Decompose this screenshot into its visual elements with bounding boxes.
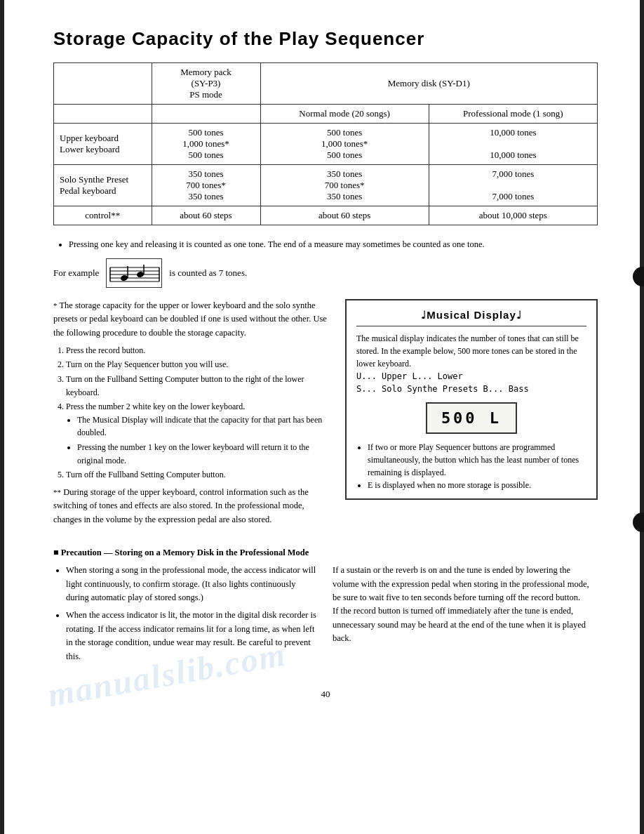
display-legend-line1: U... Upper L... Lower S... Solo Synthe P… <box>356 370 586 395</box>
display-screen: 500 L <box>426 402 517 434</box>
precaution-columns: When storing a song in the professional … <box>53 564 598 668</box>
storage-table: Memory pack(SY-P3)PS mode Memory disk (S… <box>53 62 598 225</box>
table-cell-control-label: control** <box>54 206 152 225</box>
table-subheader-normal: Normal mode (20 songs) <box>260 105 429 124</box>
precaution-header: ■ Precaution — Storing on a Memory Disk … <box>53 546 598 560</box>
precaution-right-col: If a sustain or the reverb is on and the… <box>333 564 598 668</box>
table-cell-control-pack: about 60 steps <box>152 206 260 225</box>
step-4-bullet-1: The Musical Display will indicate that t… <box>77 413 331 439</box>
step-4-bullet-2: Pressing the number 1 key on the lower k… <box>77 441 331 467</box>
table-cell-control-pro: about 10,000 steps <box>429 206 597 225</box>
table-subheader-professional: Professional mode (1 song) <box>429 105 597 124</box>
step-2: Turn on the Play Sequencer button you wi… <box>66 358 331 371</box>
lower-section: * The storage capacity for the upper or … <box>53 299 598 531</box>
tone-note-item: Pressing one key and releasing it is cou… <box>69 238 598 251</box>
double-star-note: ** During storage of the upper keyboard,… <box>53 486 331 527</box>
step-4-bullets: The Musical Display will indicate that t… <box>77 413 331 467</box>
table-subheader-pack <box>152 105 260 124</box>
table-cell-pro-keyboard: 10,000 tones 10,000 tones <box>429 124 597 165</box>
tone-counting-note: Pressing one key and releasing it is cou… <box>53 238 598 251</box>
precaution-right-text: If a sustain or the reverb is on and the… <box>333 564 598 645</box>
precaution-left-list: When storing a song in the professional … <box>66 564 318 663</box>
step-1: Press the record button. <box>66 344 331 357</box>
step-3: Turn on the Fullband Setting Computer bu… <box>66 373 331 399</box>
step-5: Turn off the Fullband Setting Computer b… <box>66 468 331 482</box>
table-cell-pro-solo: 7,000 tones 7,000 tones <box>429 165 597 206</box>
table-header-memory-disk: Memory disk (SY-D1) <box>260 63 598 105</box>
table-header-empty <box>54 63 152 105</box>
steps-list: Press the record button. Turn on the Pla… <box>66 344 331 482</box>
step-4: Press the number 2 white key on the lowe… <box>66 400 331 467</box>
binding-hole-bottom <box>633 512 644 532</box>
star-intro: * The storage capacity for the upper or … <box>53 299 331 340</box>
table-cell-normal-keyboard: 500 tones 1,000 tones* 500 tones <box>260 124 429 165</box>
precaution-bullet-2: When the access indicator is lit, the mo… <box>66 609 318 663</box>
svg-point-5 <box>120 274 128 282</box>
precaution-section: ■ Precaution — Storing on a Memory Disk … <box>53 546 598 668</box>
right-column: ♩Musical Display♩ The musical display in… <box>345 299 598 531</box>
page-container: manualslib.com Storage Capacity of the P… <box>0 0 644 834</box>
musical-display-bullet-1: If two or more Play Sequencer buttons ar… <box>368 441 586 479</box>
musical-display-title: ♩Musical Display♩ <box>356 307 586 327</box>
table-subheader-empty <box>54 105 152 124</box>
binding-hole-top <box>633 267 644 286</box>
svg-point-7 <box>136 271 145 278</box>
musical-display-box: ♩Musical Display♩ The musical display in… <box>345 299 598 501</box>
table-cell-pack-keyboard: 500 tones 1,000 tones* 500 tones <box>152 124 260 165</box>
table-cell-solo-labels: Solo Synthe PresetPedal keyboard <box>54 165 152 206</box>
for-example-label: For example <box>53 267 99 279</box>
page-number: 40 <box>53 689 598 700</box>
page-title: Storage Capacity of the Play Sequencer <box>53 28 598 50</box>
left-column: * The storage capacity for the upper or … <box>53 299 331 531</box>
table-cell-control-normal: about 60 steps <box>260 206 429 225</box>
table-cell-pack-solo: 350 tones 700 tones* 350 tones <box>152 165 260 206</box>
musical-display-bullets: If two or more Play Sequencer buttons ar… <box>368 441 586 491</box>
table-header-memory-pack: Memory pack(SY-P3)PS mode <box>152 63 260 105</box>
for-example-suffix: is counted as 7 tones. <box>169 267 247 279</box>
music-notation-example <box>106 258 162 288</box>
musical-display-bullet-2: E is displayed when no more storage is p… <box>368 479 586 491</box>
precaution-left-col: When storing a song in the professional … <box>53 564 318 668</box>
precaution-bullet-1: When storing a song in the professional … <box>66 564 318 604</box>
musical-display-description: The musical display indicates the number… <box>356 332 586 370</box>
table-cell-keyboard-labels: Upper keyboardLower keyboard <box>54 124 152 165</box>
example-row: For example is counted as 7 tones. <box>53 258 598 288</box>
table-cell-normal-solo: 350 tones 700 tones* 350 tones <box>260 165 429 206</box>
